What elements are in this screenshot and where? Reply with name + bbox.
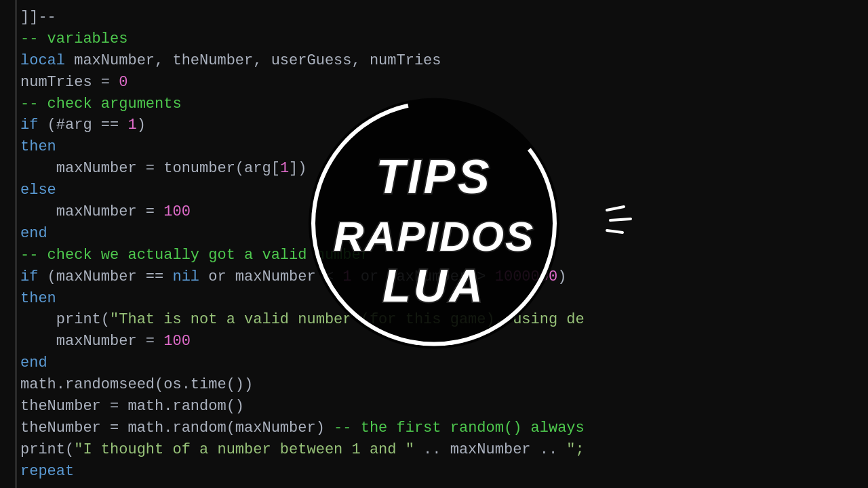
code-token: then bbox=[20, 138, 56, 155]
code-token: -- variables bbox=[20, 30, 127, 47]
code-token: nil bbox=[163, 268, 199, 285]
code-token: 0 bbox=[110, 74, 127, 91]
gutter-line bbox=[15, 0, 17, 488]
code-token: theNumber bbox=[20, 398, 110, 415]
code-token: -- check arguments bbox=[20, 96, 182, 113]
code-token: #arg bbox=[56, 117, 92, 134]
code-token: got bbox=[208, 247, 235, 264]
code-token: "I thought of a number between 1 and " bbox=[74, 441, 414, 458]
code-token: = bbox=[146, 333, 155, 350]
code-line: ]]-- bbox=[20, 7, 868, 28]
code-token: = bbox=[110, 420, 119, 436]
code-token: (maxNumber bbox=[38, 268, 145, 285]
code-token: = bbox=[146, 203, 155, 220]
code-token: 100 bbox=[155, 333, 191, 350]
code-line: theNumber = math.random(maxNumber) -- th… bbox=[20, 418, 868, 439]
code-token: numTries bbox=[20, 74, 101, 91]
code-line: numTries = 0 bbox=[20, 72, 868, 94]
code-token: = bbox=[110, 398, 119, 415]
code-token: print( bbox=[20, 311, 110, 328]
code-token: 1 bbox=[127, 117, 136, 134]
code-token: = bbox=[101, 74, 110, 91]
code-line: repeat bbox=[20, 461, 868, 483]
svg-line-6 bbox=[610, 219, 631, 220]
code-token: == bbox=[92, 117, 128, 134]
code-token: math.randomseed(os.time()) bbox=[20, 376, 253, 393]
code-token: ]) bbox=[289, 160, 307, 177]
code-token: 100 bbox=[155, 203, 191, 220]
svg-text:TIPS: TIPS bbox=[376, 150, 492, 203]
code-line: print("I thought of a number between 1 a… bbox=[20, 439, 868, 461]
code-token: end bbox=[20, 354, 47, 371]
code-token: maxNumber, theNumber, userGuess, numTrie… bbox=[65, 52, 441, 69]
code-token: ) bbox=[137, 117, 146, 134]
code-token: ]]-- bbox=[20, 9, 56, 26]
shine-decoration bbox=[604, 200, 644, 244]
code-line: local maxNumber, theNumber, userGuess, n… bbox=[20, 50, 868, 72]
code-token: -- check we actually bbox=[20, 247, 208, 264]
code-token: math.random() bbox=[119, 398, 244, 415]
code-token: tonumber(arg[ bbox=[155, 160, 280, 177]
logo-overlay: TIPS RAPIDOS LUA bbox=[305, 95, 563, 352]
code-token: math.random(maxNumber) bbox=[119, 420, 334, 436]
code-token: maxNumber bbox=[20, 333, 146, 350]
code-token: maxNumber bbox=[20, 203, 146, 220]
svg-line-5 bbox=[607, 207, 624, 210]
code-token: -- the first random() always bbox=[334, 420, 585, 436]
code-token: "; bbox=[566, 441, 584, 458]
code-token: then bbox=[20, 290, 56, 307]
code-token: maxNumber bbox=[20, 160, 146, 177]
svg-line-7 bbox=[607, 230, 623, 232]
code-token: 1 bbox=[280, 160, 289, 177]
code-token: repeat bbox=[20, 463, 74, 480]
code-token: local bbox=[20, 52, 65, 69]
code-line: end bbox=[20, 352, 868, 374]
code-token: end bbox=[20, 225, 47, 242]
code-token: theNumber bbox=[20, 420, 110, 436]
code-token: .. maxNumber .. bbox=[414, 441, 566, 458]
code-line: math.randomseed(os.time()) bbox=[20, 374, 868, 396]
code-line: theNumber = math.random() bbox=[20, 396, 868, 418]
code-line: -- variables bbox=[20, 28, 868, 50]
code-token: == bbox=[146, 268, 163, 285]
code-editor: ]]---- variableslocal maxNumber, theNumb… bbox=[0, 0, 868, 488]
code-token: else bbox=[20, 182, 56, 199]
code-token: = bbox=[146, 160, 155, 177]
svg-text:RAPIDOS: RAPIDOS bbox=[334, 213, 534, 260]
code-token: ( bbox=[38, 117, 56, 134]
svg-text:LUA: LUA bbox=[382, 260, 486, 311]
code-token: print( bbox=[20, 441, 74, 458]
code-token: if bbox=[20, 117, 38, 134]
code-token: if bbox=[20, 268, 38, 285]
